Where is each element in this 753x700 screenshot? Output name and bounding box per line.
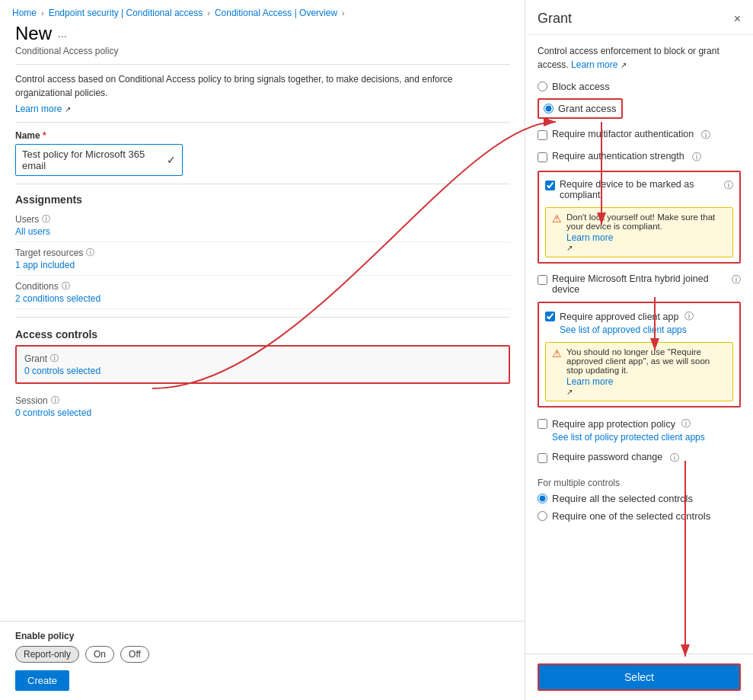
grant-desc-text: Control access enforcement to block or g… [538, 46, 719, 70]
app-protection-link[interactable]: See list of policy protected client apps [552, 432, 705, 443]
name-input-value: Test policy for Microsoft 365 email [22, 149, 167, 171]
grant-info-icon: ⓘ [50, 353, 59, 364]
users-value[interactable]: All users [15, 226, 510, 237]
enable-policy-section: Enable policy Report-only On Off Create [0, 621, 525, 700]
compliant-warning-text: Don't lock yourself out! Make sure that … [566, 213, 715, 231]
target-resources-label: Target resources [15, 248, 83, 258]
session-row: Session ⓘ 0 controls selected [15, 390, 510, 423]
compliant-device-highlight: Require device to be marked as compliant… [538, 171, 741, 264]
hybrid-info-icon: ⓘ [732, 273, 741, 286]
compliant-row: Require device to be marked as compliant… [545, 177, 733, 203]
compliant-learn-more[interactable]: Learn more [566, 232, 726, 243]
grant-panel: Grant × Control access enforcement to bl… [525, 0, 753, 700]
toggle-off[interactable]: Off [120, 646, 149, 663]
approved-app-label: Require approved client app [560, 312, 678, 322]
grant-value: 0 controls selected [24, 366, 501, 376]
grant-learn-more[interactable]: Learn more [571, 59, 617, 70]
toggle-report-only[interactable]: Report-only [15, 646, 79, 663]
mfa-label: Require multifactor authentication [552, 129, 694, 139]
breadcrumb-sep-1: › [41, 8, 44, 18]
learn-more-link[interactable]: Learn more [15, 104, 62, 114]
name-label: Name * [15, 130, 510, 141]
password-change-label: Require password change [552, 452, 662, 462]
toggle-row: Report-only On Off [15, 646, 510, 663]
target-resources-value[interactable]: 1 app included [15, 260, 510, 270]
approved-app-checkbox[interactable] [545, 312, 555, 321]
grant-panel-body: Control access enforcement to block or g… [525, 35, 753, 654]
app-protection-checkbox[interactable] [538, 419, 547, 429]
required-star: * [43, 130, 46, 141]
toggle-on[interactable]: On [85, 646, 114, 663]
create-button[interactable]: Create [15, 670, 69, 691]
block-access-label: Block access [552, 81, 610, 92]
breadcrumb-sep-3: › [342, 8, 345, 18]
conditions-label: Conditions [15, 281, 59, 292]
page-title: New [15, 23, 52, 44]
mfa-info-icon: ⓘ [701, 129, 710, 142]
grant-access-highlight-box: Grant access [538, 98, 623, 119]
require-all-radio[interactable] [538, 494, 547, 503]
grant-panel-close[interactable]: × [734, 12, 741, 26]
select-btn-container: Select [525, 654, 753, 700]
dots-menu[interactable]: ... [58, 27, 67, 40]
compliant-link-icon: ↗ [566, 244, 573, 252]
hybrid-checkbox[interactable] [538, 275, 547, 285]
approved-app-link-icon: ↗ [566, 388, 573, 396]
session-info-icon: ⓘ [51, 395, 59, 406]
app-protection-row: Require app protection policy ⓘ See list… [538, 415, 741, 445]
page-description: Control access based on Conditional Acce… [15, 72, 510, 100]
enable-policy-label: Enable policy [15, 631, 510, 641]
check-icon: ✓ [167, 154, 176, 166]
approved-app-learn-more[interactable]: Learn more [566, 376, 726, 387]
approved-app-warning-text: You should no longer use "Require approv… [566, 347, 710, 375]
conditions-row: Conditions ⓘ 2 conditions selected [15, 276, 510, 309]
target-resources-row: Target resources ⓘ 1 app included [15, 242, 510, 276]
approved-app-warning-box: ⚠ You should no longer use "Require appr… [545, 342, 733, 401]
grant-access-radio[interactable] [544, 104, 554, 113]
grant-access-label: Grant access [558, 103, 617, 114]
approved-app-highlight: Require approved client app ⓘ See list o… [538, 302, 741, 408]
users-info-icon: ⓘ [42, 213, 50, 225]
conditions-value[interactable]: 2 conditions selected [15, 293, 510, 304]
main-panel: New ... Conditional Access policy Contro… [0, 23, 525, 700]
require-one-radio[interactable] [538, 511, 547, 521]
multiple-controls-section: For multiple controls Require all the se… [538, 478, 741, 522]
name-label-text: Name [15, 130, 40, 141]
divider-2 [15, 184, 510, 184]
grant-panel-header: Grant × [525, 0, 753, 35]
breadcrumb-sep-2: › [207, 8, 210, 18]
grant-description: Control access enforcement to block or g… [538, 44, 741, 72]
assignments-heading: Assignments [15, 193, 510, 206]
access-controls-heading: Access controls [15, 328, 510, 340]
breadcrumb-overview[interactable]: Conditional Access | Overview [215, 8, 337, 18]
auth-strength-checkbox[interactable] [538, 152, 547, 162]
require-one-row: Require one of the selected controls [538, 510, 741, 522]
auth-strength-info-icon: ⓘ [692, 151, 701, 164]
auth-strength-row: Require authentication strength ⓘ [538, 149, 741, 166]
external-link-icon: ↗ [65, 105, 71, 113]
block-access-row: Block access [538, 81, 741, 92]
password-change-info-icon: ⓘ [670, 452, 679, 465]
mfa-checkbox[interactable] [538, 130, 547, 140]
conditions-info-icon: ⓘ [62, 280, 70, 292]
password-change-row: Require password change ⓘ [538, 449, 741, 467]
name-input-display[interactable]: Test policy for Microsoft 365 email ✓ [15, 144, 183, 176]
approved-app-link[interactable]: See list of approved client apps [560, 324, 694, 335]
select-button[interactable]: Select [538, 663, 741, 691]
compliant-checkbox[interactable] [545, 181, 555, 190]
breadcrumb-home[interactable]: Home [12, 8, 37, 18]
hybrid-row: Require Microsoft Entra hybrid joined de… [538, 271, 741, 297]
session-value[interactable]: 0 controls selected [15, 408, 510, 418]
hybrid-label: Require Microsoft Entra hybrid joined de… [552, 273, 724, 295]
app-protection-info-icon: ⓘ [681, 417, 691, 430]
block-access-radio[interactable] [538, 82, 547, 91]
compliant-warning-icon: ⚠ [552, 213, 562, 225]
compliant-label: Require device to be marked as compliant [560, 179, 716, 200]
session-label: Session [15, 395, 48, 406]
password-change-checkbox[interactable] [538, 453, 547, 463]
breadcrumb-endpoint[interactable]: Endpoint security | Conditional access [49, 8, 203, 18]
compliant-info-icon: ⓘ [724, 179, 733, 192]
grant-box[interactable]: Grant ⓘ 0 controls selected [15, 345, 510, 384]
approved-app-warning-icon: ⚠ [552, 347, 562, 360]
target-resources-info-icon: ⓘ [86, 247, 94, 258]
